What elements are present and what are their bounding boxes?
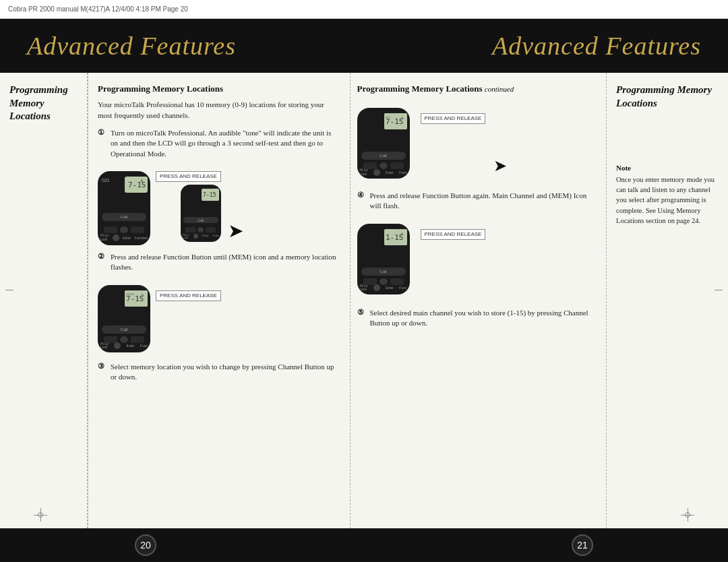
step-5-text: Select desired main channel you wish to …	[370, 308, 600, 329]
right-section-heading: Programming Memory Locations	[616, 84, 719, 110]
crosshair-bottom-left	[34, 508, 47, 522]
note-title: Note	[616, 164, 719, 172]
trim-text: Cobra PR 2000 manual M(4217)A 12/4/00 4:…	[8, 5, 188, 13]
step-5-num: ⑤	[357, 308, 367, 317]
press-release-1: PRESS AND RELEASE	[156, 171, 221, 182]
header-bar: Advanced Features Advanced Features	[0, 19, 728, 73]
step-1-text: Turn on microTalk Professional. An audib…	[111, 128, 340, 159]
device-group-2: 7-15 A MEM Call Hi-LoLock Enter	[98, 285, 340, 352]
press-release-3: PRESS AND RELEASE	[421, 113, 486, 124]
step-3-num: ③	[98, 362, 107, 371]
mid-right-column: Programming Memory Locations continued 7…	[351, 73, 607, 528]
press-release-2: PRESS AND RELEASE	[156, 290, 221, 301]
step-2: ② Press and release Function Button unti…	[98, 252, 340, 273]
svg-text:A: A	[140, 179, 144, 183]
device-image-4: 1-15 A Call Hi-LoLock Enter Func	[357, 224, 410, 294]
step-3-text: Select memory location you wish to chang…	[111, 362, 340, 383]
device-group-1: 7-15 A 021 Call Hi-LoLock Enter	[98, 171, 340, 245]
continued-label: continued	[485, 85, 514, 93]
left-column: Programming Memory Locations	[0, 73, 88, 528]
device-image-2: 7-15 A MEM Call Hi-LoLock Enter	[98, 285, 150, 352]
header-title-right: Advanced Features	[364, 31, 701, 61]
svg-text:021: 021	[386, 115, 391, 119]
device-group-4: 1-15 A Call Hi-LoLock Enter Func	[357, 224, 600, 294]
mid-left-column: Programming Memory Locations Your microT…	[88, 73, 351, 528]
svg-text:A: A	[400, 115, 404, 121]
page-number-left: 20	[135, 534, 156, 556]
device-screen-1: 7-15 A	[125, 177, 148, 193]
step-4: ④ Press and release Function Button agai…	[357, 191, 600, 212]
step-3: ③ Select memory location you wish to cha…	[98, 362, 340, 383]
device-image-1b: 7-15 A Call Hi-LoLock	[181, 185, 221, 242]
note-text: Once you enter memory mode you can talk …	[616, 175, 719, 226]
step-4-text: Press and release Function Button again.…	[370, 191, 600, 212]
device-group-3: 7-15 A 021 Call Hi-LoLock Enter	[357, 108, 600, 179]
step-1-num: ①	[98, 128, 107, 137]
svg-text:MEM: MEM	[126, 292, 135, 296]
arrow-1: ➤	[228, 220, 243, 242]
svg-text:A: A	[400, 231, 404, 237]
header-title-left: Advanced Features	[27, 31, 364, 61]
right-column: Programming Memory Locations Note Once y…	[607, 73, 728, 528]
svg-text:A: A	[141, 292, 144, 298]
arrow-2: ➤	[493, 156, 507, 175]
main-content: Programming Memory Locations Programming…	[0, 73, 728, 528]
step-2-text: Press and release Function Button until …	[111, 252, 340, 273]
device-image-3: 7-15 A 021 Call Hi-LoLock Enter	[357, 108, 410, 179]
top-trim-bar: Cobra PR 2000 manual M(4217)A 12/4/00 4:…	[0, 0, 728, 19]
mid-right-heading: Programming Memory Locations continued	[357, 84, 600, 94]
step-5: ⑤ Select desired main channel you wish t…	[357, 308, 600, 329]
press-release-4: PRESS AND RELEASE	[421, 229, 486, 240]
note-section: Note Once you enter memory mode you can …	[616, 164, 719, 226]
svg-text:A: A	[214, 191, 216, 195]
step-4-num: ④	[357, 191, 367, 199]
mid-left-intro: Your microTalk Professional has 10 memor…	[98, 100, 340, 121]
bottom-bar: 20 21	[0, 528, 728, 562]
step-2-num: ②	[98, 252, 107, 261]
crosshair-bottom-right	[681, 508, 694, 522]
step-1: ① Turn on microTalk Professional. An aud…	[98, 128, 340, 159]
page-number-right: 21	[572, 534, 593, 556]
mid-left-heading: Programming Memory Locations	[98, 84, 340, 94]
left-section-heading: Programming Memory Locations	[9, 84, 78, 123]
device-image-1: 7-15 A 021 Call Hi-LoLock Enter	[98, 171, 150, 245]
